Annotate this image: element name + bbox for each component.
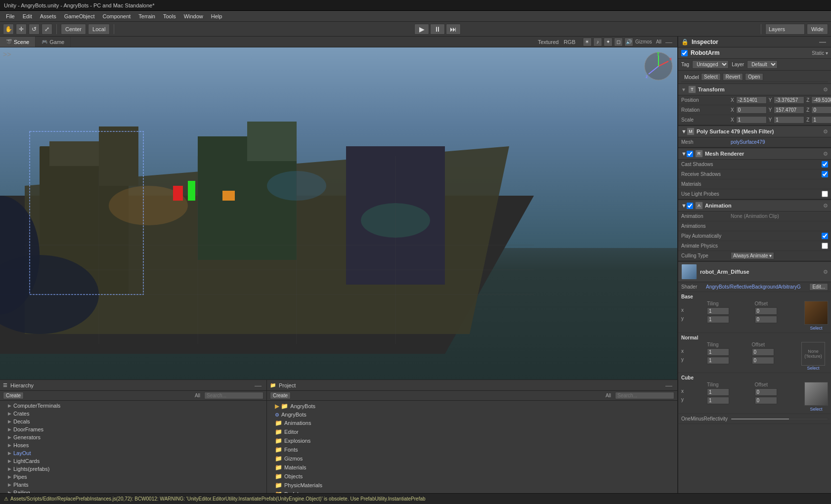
hier-item-layout[interactable]: ▶LayOut (0, 449, 266, 457)
transform-header[interactable]: ▼ T Transform ⚙ (678, 84, 831, 95)
scene-viewport[interactable]: x y z >> ☰ Hie (0, 47, 677, 493)
hier-item-railing[interactable]: ▶Railing (0, 489, 266, 493)
base-select-btn[interactable]: Select (810, 326, 822, 331)
hier-item-hoses[interactable]: ▶Hoses (0, 441, 266, 449)
scale-z-input[interactable] (811, 116, 831, 124)
rot-z-input[interactable] (811, 106, 831, 114)
proj-item-explosions[interactable]: 📁Explosions (267, 436, 677, 445)
pivot-center-btn[interactable]: Center (61, 24, 86, 35)
play-auto-checkbox[interactable] (822, 233, 828, 239)
pos-x-input[interactable] (736, 96, 767, 104)
scene-panel-min[interactable]: — (663, 38, 674, 46)
hand-tool-btn[interactable]: ✋ (3, 24, 14, 35)
base-offset-x[interactable] (755, 307, 777, 315)
proj-item-objects[interactable]: 📁Objects (267, 472, 677, 481)
hier-item-pipes[interactable]: ▶Pipes (0, 473, 266, 481)
base-texture-thumb[interactable] (804, 301, 828, 325)
view-rgb-btn[interactable]: RGB (562, 39, 577, 45)
use-light-probes-checkbox[interactable] (822, 191, 828, 197)
base-tiling-x[interactable] (707, 307, 729, 315)
hier-item-plants[interactable]: ▶Plants (0, 481, 266, 489)
scale-y-input[interactable] (774, 116, 804, 124)
normal-tiling-y[interactable] (707, 357, 729, 364)
menu-window[interactable]: Window (180, 12, 207, 20)
layer-select[interactable]: Default (747, 60, 778, 69)
hierarchy-min-btn[interactable]: — (253, 381, 263, 389)
rot-y-input[interactable] (774, 106, 804, 114)
cube-tiling-y[interactable] (707, 397, 729, 404)
hier-item-lightcards[interactable]: ▶LightCards (0, 457, 266, 465)
base-offset-y[interactable] (755, 316, 777, 323)
scene-light-btn[interactable]: ☀ (583, 38, 592, 46)
one-minus-slider[interactable] (731, 418, 828, 420)
hier-item-decals[interactable]: ▶Decals (0, 418, 266, 425)
model-revert-btn[interactable]: Revert (723, 73, 743, 81)
view-textured-btn[interactable]: Textured (536, 39, 560, 45)
project-min-btn[interactable]: — (663, 381, 674, 389)
proj-item-angrybots-folder[interactable]: ▶ 📁AngryBots (267, 402, 677, 411)
mesh-value[interactable]: polySurface479 (731, 139, 765, 145)
pos-z-input[interactable] (811, 96, 831, 104)
hierarchy-search[interactable] (204, 392, 263, 399)
project-create-btn[interactable]: Create (270, 392, 291, 399)
rotate-tool-btn[interactable]: ↺ (29, 24, 40, 35)
hierarchy-create-btn[interactable]: Create (3, 392, 24, 399)
step-btn[interactable]: ⏭ (446, 24, 461, 35)
object-active-checkbox[interactable] (681, 50, 688, 56)
material-settings[interactable]: ⚙ (823, 269, 828, 275)
mesh-filter-settings[interactable]: ⚙ (823, 128, 828, 135)
hier-item-lights-prefabs[interactable]: ▶Lights(prefabs) (0, 465, 266, 473)
receive-shadows-checkbox[interactable] (822, 171, 828, 177)
menu-terrain[interactable]: Terrain (134, 12, 159, 20)
scene-audio-btn[interactable]: ♪ (593, 38, 602, 46)
normal-none-texture[interactable]: None (Texture) (801, 342, 825, 366)
project-search[interactable] (615, 392, 674, 399)
normal-select-btn[interactable]: Select (807, 366, 819, 371)
move-tool-btn[interactable]: ✛ (16, 24, 27, 35)
animation-header[interactable]: ▼ A Animation ⚙ (678, 199, 831, 211)
culling-value[interactable]: Always Animate ▾ (731, 252, 774, 259)
inspector-min-btn[interactable]: — (817, 38, 828, 46)
scene-fx-btn[interactable]: ✦ (604, 38, 612, 46)
rot-x-input[interactable] (736, 106, 767, 114)
static-dropdown[interactable]: ▾ (826, 50, 828, 56)
proj-item-editor[interactable]: 📁Editor (267, 427, 677, 436)
scale-x-input[interactable] (736, 116, 767, 124)
pos-y-input[interactable] (774, 96, 804, 104)
transform-settings[interactable]: ⚙ (823, 86, 828, 93)
proj-item-animations[interactable]: 📁Animations (267, 419, 677, 427)
animation-settings[interactable]: ⚙ (823, 203, 828, 209)
normal-tiling-x[interactable] (707, 348, 729, 356)
menu-component[interactable]: Component (98, 12, 134, 20)
menu-assets[interactable]: Assets (36, 12, 60, 20)
play-btn[interactable]: ▶ (414, 24, 429, 35)
gizmos-label[interactable]: Gizmos (635, 39, 652, 44)
layers-dropdown[interactable]: Layers (765, 24, 805, 35)
normal-offset-y[interactable] (752, 357, 774, 364)
scene-scene-btn[interactable]: ◻ (614, 38, 623, 46)
hier-item-crates[interactable]: ▶Crates (0, 410, 266, 418)
mesh-filter-header[interactable]: ▼ M Poly Surface 479 (Mesh Filter) ⚙ (678, 125, 831, 137)
scale-tool-btn[interactable]: ⤢ (42, 24, 52, 35)
hier-item-computer-terminals[interactable]: ▶ComputerTerminals (0, 402, 266, 410)
mesh-renderer-settings[interactable]: ⚙ (823, 151, 828, 157)
proj-item-physicmaterials[interactable]: 📁PhysicMaterials (267, 481, 677, 490)
menu-file[interactable]: File (2, 12, 19, 20)
tab-game[interactable]: 🎮 Game (36, 37, 71, 47)
menu-tools[interactable]: Tools (159, 12, 180, 20)
menu-help[interactable]: Help (207, 12, 226, 20)
wide-btn[interactable]: Wide (807, 24, 828, 35)
animate-physics-checkbox[interactable] (822, 243, 828, 249)
pivot-local-btn[interactable]: Local (88, 24, 110, 35)
hier-item-doorframes[interactable]: ▶DoorFrames (0, 425, 266, 433)
cube-tiling-x[interactable] (707, 388, 729, 396)
cube-offset-y[interactable] (755, 397, 777, 404)
proj-item-materials[interactable]: 📁Materials (267, 463, 677, 472)
hier-item-generators[interactable]: ▶Generators (0, 433, 266, 441)
mesh-renderer-active[interactable] (687, 151, 693, 157)
cube-offset-x[interactable] (755, 388, 777, 396)
pause-btn[interactable]: ⏸ (430, 24, 445, 35)
scene-speaker-btn[interactable]: 🔊 (624, 38, 633, 46)
collapse-arrows[interactable]: >> (3, 50, 11, 58)
model-open-btn[interactable]: Open (745, 73, 763, 81)
